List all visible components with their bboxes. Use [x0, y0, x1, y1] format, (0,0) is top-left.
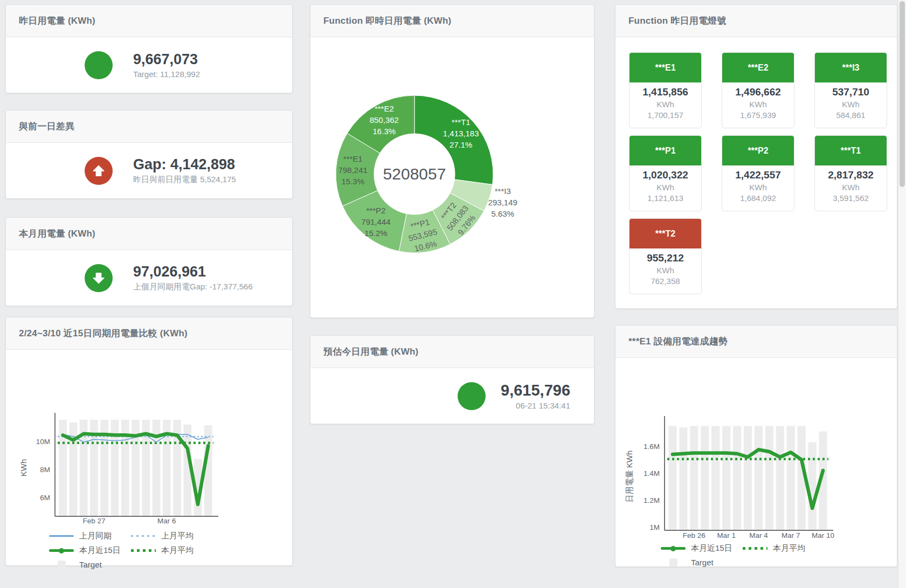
card-title-light-board: Function 昨日用電燈號: [628, 15, 726, 27]
tile-unit: KWh: [630, 183, 701, 192]
y-tick-label: 6M: [40, 494, 50, 502]
tile-target: 1,675,939: [722, 110, 794, 120]
light-board-grid: ***E11,415,856KWh1,700,157***E21,496,662…: [615, 37, 897, 294]
gap-subtitle: 昨日與前日用電量 5,524,175: [133, 175, 236, 185]
card-gap-prev-day: 與前一日差異 Gap: 4,142,898 昨日與前日用電量 5,524,175: [5, 110, 293, 199]
card-title-month: 本月用電量 (KWh): [19, 227, 95, 240]
legend-item-thick-green[interactable]: 本月近15日: [661, 543, 743, 554]
e1-trend-chart[interactable]: 1M1.2M1.4M1.6MFeb 26Mar 1Mar 4Mar 7Mar 1…: [615, 358, 898, 544]
card-header: 昨日用電量 (KWh): [6, 5, 292, 37]
tile-unit: KWh: [630, 266, 701, 275]
status-tile-xxxE2: ***E21,496,662KWh1,675,939: [722, 52, 794, 128]
x-tick-label: Mar 4: [749, 531, 768, 539]
tile-target: 762,358: [630, 276, 701, 286]
legend-item-line-blue[interactable]: 上月同期: [49, 531, 131, 541]
legend-item-dot-blue[interactable]: 上月平均: [131, 531, 213, 541]
target-bar: [776, 426, 784, 531]
x-tick-label: Feb 27: [82, 517, 105, 525]
e1-trend-legend: 本月近15日本月平均Target: [661, 543, 825, 567]
dot-green-swatch-icon: [131, 547, 156, 555]
realtime-donut-chart[interactable]: ***T11,413,18327.1%***I3293,1495.63%***T…: [310, 37, 595, 319]
target-bar: [668, 426, 676, 531]
legend-item-box-gray[interactable]: Target: [661, 558, 743, 567]
tile-header: ***T2: [630, 219, 701, 248]
y-tick-label: 10M: [36, 438, 50, 446]
tile-unit: KWh: [722, 183, 794, 192]
dot-green-swatch-icon: [743, 544, 767, 552]
target-bar: [808, 442, 817, 531]
card-title-yesterday: 昨日用電量 (KWh): [19, 15, 95, 27]
tile-target: 1,684,092: [722, 193, 794, 203]
target-bar: [765, 426, 773, 531]
tile-header: ***I3: [815, 53, 887, 82]
legend-item-box-gray[interactable]: Target: [49, 560, 131, 569]
dot-blue-swatch-icon: [131, 532, 156, 540]
tile-unit: KWh: [815, 183, 887, 192]
card-month-usage: 本月用電量 (KWh) 97,026,961 上個月同期用電Gap: -17,3…: [5, 217, 293, 306]
target-bar: [701, 426, 709, 531]
tile-value: 1,422,557: [722, 169, 794, 181]
scrollbar-thumb[interactable]: [900, 1, 905, 187]
y-axis-title: KWh: [19, 459, 28, 477]
tile-unit: KWh: [630, 100, 701, 109]
vertical-scrollbar[interactable]: [898, 0, 906, 588]
tile-value: 1,496,662: [722, 86, 794, 98]
status-tile-xxxT1: ***T12,817,832KWh3,591,562: [814, 135, 887, 211]
target-bar: [690, 426, 698, 531]
tile-target: 1,700,157: [630, 110, 701, 120]
x-tick-label: Mar 7: [781, 531, 800, 539]
legend-label: 本月近15日: [691, 543, 732, 554]
thick-green-swatch-icon: [661, 544, 686, 552]
box-gray-swatch-icon: [661, 558, 686, 566]
card-compare15-chart: 2/24~3/10 近15日同期用電量比較 (KWh) 6M8M10MFeb 2…: [5, 317, 293, 566]
tile-header: ***T1: [815, 136, 887, 165]
y-tick-label: 1.2M: [644, 496, 660, 504]
yesterday-usage-value: 9,667,073: [133, 51, 200, 67]
legend-item-dot-green[interactable]: 本月平均: [131, 545, 213, 556]
today-estimate-value: 9,615,796: [501, 382, 570, 399]
tile-target: 584,861: [815, 110, 887, 120]
tile-value: 955,212: [630, 252, 701, 264]
card-title-realtime: Function 即時日用電量 (KWh): [323, 15, 451, 27]
line-blue-swatch-icon: [49, 532, 74, 540]
arrow-down-icon: [85, 264, 113, 292]
card-light-board: Function 昨日用電燈號 ***E11,415,856KWh1,700,1…: [615, 4, 897, 309]
tile-target: 1,121,613: [630, 193, 701, 203]
tile-unit: KWh: [815, 100, 887, 109]
target-bar: [679, 427, 687, 530]
y-tick-label: 8M: [40, 466, 50, 474]
status-tile-xxxP1: ***P11,020,322KWh1,121,613: [629, 135, 702, 211]
legend-label: Target: [79, 560, 102, 569]
today-estimate-timestamp: 06-21 15:34:41: [501, 401, 570, 410]
card-header: 與前一日差異: [6, 110, 292, 143]
legend-label: 上月同期: [79, 531, 112, 541]
compare15-legend: 上月同期上月平均本月近15日本月平均Target: [49, 531, 213, 569]
legend-item-dot-green[interactable]: 本月平均: [743, 543, 825, 554]
arrow-up-icon: [85, 157, 113, 185]
target-bar: [787, 426, 795, 531]
month-usage-value: 97,026,961: [133, 264, 253, 280]
donut-label-xxxI3: ***I3293,1495.63%: [488, 186, 517, 218]
status-circle-green-icon: [85, 51, 113, 79]
tile-value: 2,817,832: [815, 169, 887, 181]
card-header: 預估今日用電量 (KWh): [310, 336, 594, 368]
legend-item-thick-green[interactable]: 本月近15日: [49, 545, 131, 556]
legend-label: 本月平均: [161, 545, 193, 556]
tile-target: 3,591,562: [815, 193, 887, 203]
card-header: ***E1 設備用電達成趨勢: [615, 326, 897, 358]
tile-header: ***E1: [630, 53, 701, 82]
legend-label: 本月平均: [773, 543, 805, 554]
y-tick-label: 1.6M: [644, 442, 660, 451]
legend-label: 上月平均: [161, 531, 193, 541]
tile-value: 1,020,322: [630, 169, 701, 181]
target-bar: [755, 426, 763, 531]
card-today-estimate: 預估今日用電量 (KWh) 9,615,796 06-21 15:34:41: [310, 335, 594, 424]
month-usage-gap: 上個月同期用電Gap: -17,377,566: [133, 282, 253, 292]
card-title-estimate: 預估今日用電量 (KWh): [323, 345, 418, 358]
compare15-chart[interactable]: 6M8M10MFeb 27Mar 6KWh: [6, 350, 293, 532]
legend-label: Target: [691, 558, 714, 567]
x-tick-label: Mar 10: [812, 531, 834, 539]
card-header: Function 即時日用電量 (KWh): [310, 5, 594, 37]
gap-value: Gap: 4,142,898: [133, 156, 236, 172]
card-title-gap: 與前一日差異: [19, 120, 74, 133]
